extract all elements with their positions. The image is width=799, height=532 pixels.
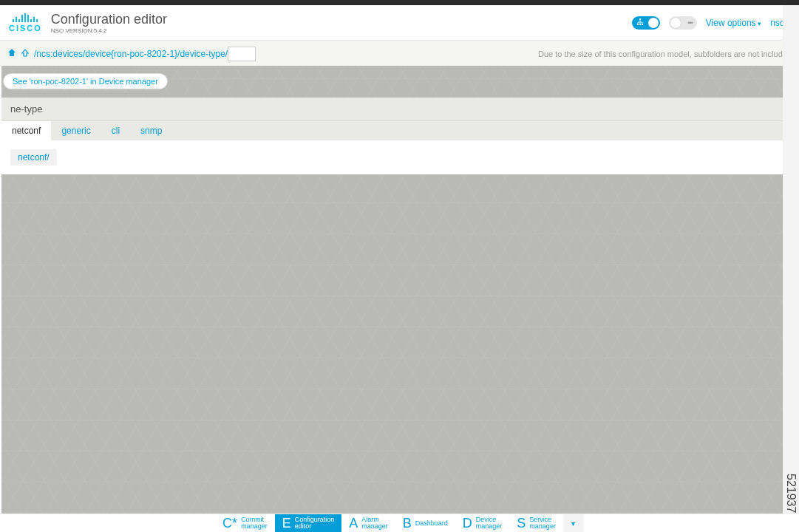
nav-expand-button[interactable]: ▾	[563, 514, 584, 532]
tab-cli[interactable]: cli	[101, 121, 130, 140]
nav-dashboard[interactable]: B Dashboard	[395, 514, 455, 532]
breadcrumb-input[interactable]	[228, 47, 256, 61]
nav-letter: C*	[222, 516, 237, 531]
figure-number: 521937	[784, 474, 798, 513]
cisco-logo: CISCO	[9, 13, 42, 33]
nav-service-manager[interactable]: S Servicemanager	[509, 514, 563, 532]
ellipsis-icon: •••	[687, 19, 692, 27]
tree-toggle[interactable]	[632, 16, 660, 30]
nav-alarm-manager[interactable]: A Alarmmanager	[341, 514, 395, 532]
home-icon[interactable]	[7, 48, 16, 59]
title-block: Configuration editor NSO VERSION:5.4.2	[51, 12, 167, 34]
tab-netconf[interactable]: netconf	[1, 121, 51, 140]
up-icon[interactable]	[21, 48, 30, 59]
logo-text: CISCO	[9, 24, 42, 33]
panel-title: ne-type	[1, 98, 783, 120]
netconf-link[interactable]: netconf/	[10, 149, 57, 166]
ne-type-panel: ne-type netconf generic cli snmp netconf…	[1, 98, 783, 174]
sitemap-icon	[636, 18, 644, 27]
svg-rect-2	[639, 24, 641, 25]
nav-device-manager[interactable]: D Devicemanager	[455, 514, 510, 532]
tab-generic[interactable]: generic	[51, 121, 101, 140]
device-type-tabs: netconf generic cli snmp	[1, 120, 783, 140]
page-title: Configuration editor	[51, 12, 167, 27]
content-background: See 'ron-poc-8202-1' in Device manager n…	[1, 66, 783, 514]
nav-letter: A	[349, 516, 358, 531]
nav-letter: S	[517, 516, 526, 531]
browser-top-bar	[0, 0, 799, 5]
panel-body: netconf/	[1, 140, 783, 174]
tab-snmp[interactable]: snmp	[130, 121, 172, 140]
svg-rect-3	[642, 24, 643, 25]
svg-rect-0	[639, 18, 641, 20]
breadcrumb-path[interactable]: /ncs:devices/device{ron-poc-8202-1}/devi…	[34, 49, 228, 59]
nav-letter: B	[403, 516, 412, 531]
mode-toggle[interactable]: •••	[669, 16, 697, 30]
chevron-down-icon: ▾	[571, 519, 575, 528]
nav-configuration-editor[interactable]: E Configurationeditor	[275, 514, 342, 532]
see-in-device-manager-button[interactable]: See 'ron-poc-8202-1' in Device manager	[3, 73, 168, 89]
nso-version: NSO VERSION:5.4.2	[51, 27, 167, 34]
nav-commit-manager[interactable]: C* Commitmanager	[215, 514, 275, 532]
bottom-nav: C* Commitmanager E Configurationeditor A…	[0, 514, 799, 532]
app-header: CISCO Configuration editor NSO VERSION:5…	[0, 5, 799, 41]
nav-letter: E	[282, 516, 291, 531]
breadcrumb-bar: /ncs:devices/device{ron-poc-8202-1}/devi…	[0, 41, 799, 66]
breadcrumb-note: Due to the size of this configuration mo…	[538, 50, 792, 58]
scrollbar-track[interactable]	[783, 5, 799, 532]
view-options-dropdown[interactable]: View options	[706, 18, 761, 28]
svg-rect-1	[637, 24, 639, 25]
nav-letter: D	[463, 516, 472, 531]
